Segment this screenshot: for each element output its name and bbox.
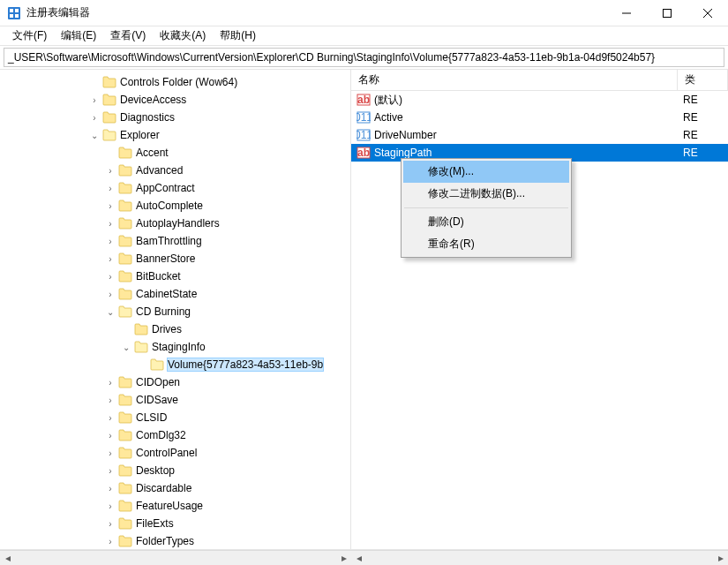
tree-item[interactable]: ›Discardable [0, 479, 350, 497]
tree-item[interactable]: ›DeviceAccess [0, 91, 350, 109]
expander-empty [88, 76, 101, 88]
tree-item[interactable]: ⌄CD Burning [0, 303, 350, 320]
tree-item[interactable]: ⌄Explorer [0, 126, 350, 144]
context-delete[interactable]: 删除(D) [403, 211, 569, 233]
folder-icon [102, 76, 116, 88]
expander-empty [136, 358, 148, 371]
chevron-right-icon[interactable]: › [104, 376, 116, 388]
tree-item[interactable]: ›CabinetState [0, 285, 350, 303]
folder-icon [118, 164, 132, 177]
tree-item[interactable]: Volume{5777a823-4a53-11eb-9b [0, 356, 350, 373]
tree-item[interactable]: ›FolderTypes [0, 532, 350, 549]
list-pane: 名称 类 ab(默认)RE011ActiveRE011DriveNumberRE… [351, 70, 728, 549]
tree-item[interactable]: ›AutoplayHandlers [0, 215, 350, 232]
tree-item-label: CabinetState [136, 288, 197, 300]
tree-item[interactable]: ⌄StagingInfo [0, 338, 350, 356]
tree-item[interactable]: ›ControlPanel [0, 444, 350, 462]
tree-item-label: FolderTypes [136, 535, 194, 547]
scroll-left-icon[interactable]: ◂ [0, 551, 15, 566]
chevron-right-icon[interactable]: › [104, 252, 116, 265]
context-modify-binary[interactable]: 修改二进制数据(B)... [403, 183, 569, 205]
chevron-right-icon[interactable]: › [104, 182, 116, 194]
tree-item[interactable]: ›FileExts [0, 515, 350, 532]
menu-view[interactable]: 查看(V) [103, 26, 153, 45]
tree-item[interactable]: ›BamThrottling [0, 232, 350, 250]
chevron-down-icon[interactable]: ⌄ [88, 129, 101, 141]
address-bar[interactable]: _USER\Software\Microsoft\Windows\Current… [4, 48, 724, 67]
tree-item[interactable]: ›BannerStore [0, 250, 350, 267]
folder-icon [118, 270, 132, 282]
folder-icon [118, 394, 132, 406]
chevron-right-icon[interactable]: › [104, 217, 116, 230]
tree-item[interactable]: ›CLSID [0, 409, 350, 426]
tree-item[interactable]: ›ComDlg32 [0, 426, 350, 444]
folder-icon [118, 200, 132, 212]
scroll-right-icon[interactable]: ▸ [336, 551, 351, 566]
chevron-right-icon[interactable]: › [104, 200, 116, 212]
chevron-right-icon[interactable]: › [104, 394, 116, 406]
column-type[interactable]: 类 [678, 70, 728, 90]
tree-item[interactable]: ›BitBucket [0, 267, 350, 285]
chevron-right-icon[interactable]: › [104, 535, 116, 547]
tree-item-label: FeatureUsage [136, 500, 203, 512]
tree-item[interactable]: Controls Folder (Wow64) [0, 73, 350, 91]
chevron-right-icon[interactable]: › [104, 288, 116, 300]
title-bar: 注册表编辑器 [0, 0, 728, 26]
column-name[interactable]: 名称 [351, 70, 678, 90]
menu-file[interactable]: 文件(F) [5, 26, 54, 45]
folder-icon [118, 376, 132, 388]
scroll-left-icon[interactable]: ◂ [351, 551, 366, 566]
chevron-right-icon[interactable]: › [104, 517, 116, 530]
string-value-icon: ab [356, 93, 371, 107]
menu-favorites[interactable]: 收藏夹(A) [153, 26, 213, 45]
scroll-right-icon[interactable]: ▸ [713, 551, 728, 566]
tree-item-label: CLSID [136, 411, 167, 424]
tree-item-label: BitBucket [136, 270, 181, 282]
tree-item-label: ControlPanel [136, 447, 197, 459]
chevron-down-icon[interactable]: ⌄ [120, 341, 132, 353]
chevron-right-icon[interactable]: › [88, 94, 101, 106]
content-area: Controls Folder (Wow64)›DeviceAccess›Dia… [0, 69, 728, 549]
tree-item[interactable]: ›AppContract [0, 179, 350, 197]
context-modify[interactable]: 修改(M)... [403, 161, 569, 183]
chevron-right-icon[interactable]: › [104, 464, 116, 477]
list-row[interactable]: 011DriveNumberRE [351, 126, 728, 144]
tree-item[interactable]: ›AutoComplete [0, 197, 350, 215]
maximize-button[interactable] [647, 0, 687, 26]
minimize-button[interactable] [606, 0, 647, 26]
folder-icon [134, 341, 148, 353]
folder-icon [102, 94, 116, 106]
menu-help[interactable]: 帮助(H) [213, 26, 263, 45]
tree-item[interactable]: ›CIDOpen [0, 373, 350, 391]
tree-item[interactable]: ›FeatureUsage [0, 497, 350, 515]
context-menu: 修改(M)... 修改二进制数据(B)... 删除(D) 重命名(R) [401, 158, 572, 258]
tree-item[interactable]: ›Advanced [0, 162, 350, 179]
tree-item[interactable]: Drives [0, 320, 350, 338]
list-row[interactable]: 011ActiveRE [351, 109, 728, 126]
chevron-right-icon[interactable]: › [104, 482, 116, 494]
svg-text:ab: ab [357, 94, 370, 106]
context-rename[interactable]: 重命名(R) [403, 233, 569, 255]
tree-item-label: CIDOpen [136, 376, 180, 388]
menu-edit[interactable]: 编辑(E) [54, 26, 103, 45]
chevron-right-icon[interactable]: › [104, 235, 116, 247]
chevron-down-icon[interactable]: ⌄ [104, 305, 116, 318]
tree-item[interactable]: ›CIDSave [0, 391, 350, 409]
list-hscroll[interactable]: ◂ ▸ [351, 550, 728, 565]
tree-hscroll[interactable]: ◂ ▸ [0, 550, 351, 565]
chevron-right-icon[interactable]: › [104, 411, 116, 424]
chevron-right-icon[interactable]: › [104, 164, 116, 177]
chevron-right-icon[interactable]: › [104, 447, 116, 459]
close-button[interactable] [687, 0, 728, 26]
tree-item[interactable]: ›Desktop [0, 462, 350, 479]
chevron-right-icon[interactable]: › [104, 429, 116, 441]
tree-item[interactable]: ›Diagnostics [0, 109, 350, 126]
tree-item-label: FileExts [136, 517, 174, 530]
tree-item[interactable]: Accent [0, 144, 350, 162]
tree-item-label: Drives [152, 323, 182, 335]
tree-pane[interactable]: Controls Folder (Wow64)›DeviceAccess›Dia… [0, 70, 351, 549]
chevron-right-icon[interactable]: › [104, 500, 116, 512]
list-row[interactable]: ab(默认)RE [351, 91, 728, 109]
chevron-right-icon[interactable]: › [88, 111, 101, 124]
chevron-right-icon[interactable]: › [104, 270, 116, 282]
